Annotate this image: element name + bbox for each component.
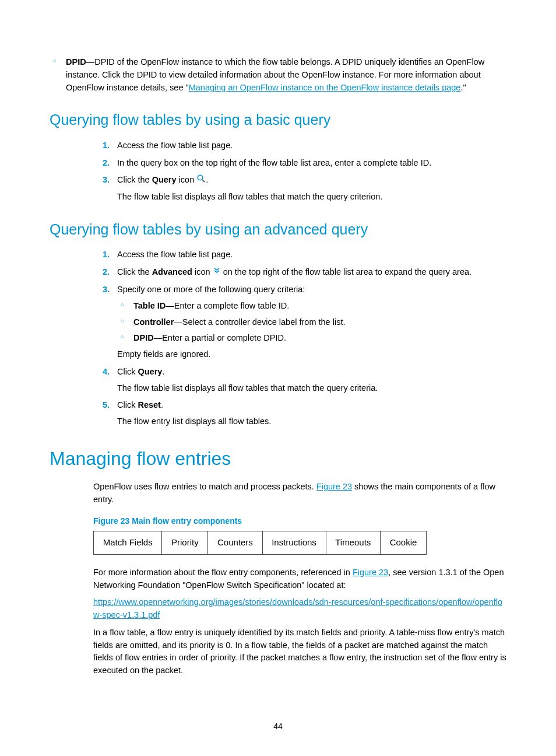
fig-cell-cookie: Cookie	[381, 531, 426, 554]
fig-cell-counters: Counters	[208, 531, 262, 554]
criteria-dpid: DPID—Enter a partial or complete DPID.	[117, 332, 506, 345]
heading-managing-flow-entries: Managing flow entries	[50, 444, 506, 473]
fig-cell-instructions: Instructions	[263, 531, 326, 554]
step-sub: Empty fields are ignored.	[117, 348, 506, 361]
step-text-c: icon	[177, 175, 197, 184]
step-number: 1.	[93, 249, 110, 261]
step-text: Access the flow table list page.	[117, 250, 233, 259]
adv-step-2: 2. Click the Advanced icon on the top ri…	[93, 266, 506, 279]
double-chevron-down-icon	[213, 266, 221, 279]
adv-step-3: 3. Specify one or more of the following …	[93, 284, 506, 361]
spec-url-para: https://www.opennetworking.org/images/st…	[93, 596, 506, 622]
dpid-bullet: DPID—DPID of the OpenFlow instance to wh…	[50, 56, 506, 94]
step-text: Specify one or more of the following que…	[117, 285, 305, 294]
criteria-tableid: Table ID—Enter a complete flow table ID.	[117, 300, 506, 313]
step-text: In the query box on the top right of the…	[117, 158, 431, 167]
basic-steps: 1.Access the flow table list page. 2.In …	[93, 139, 506, 204]
advanced-query-body: 1.Access the flow table list page. 2. Cl…	[93, 249, 506, 428]
page-number: 44	[0, 720, 556, 733]
reset-btn-label: Reset	[138, 400, 161, 410]
dpid-term: DPID	[66, 57, 86, 66]
step-text: Access the flow table list page.	[117, 141, 233, 150]
p1a: OpenFlow uses flow entries to match and …	[93, 482, 316, 491]
step-sub: The flow table list displays all flow ta…	[117, 191, 506, 204]
criteria-text: —Enter a partial or complete DPID.	[154, 333, 286, 342]
figure-23-box: Match Fields Priority Counters Instructi…	[93, 531, 427, 555]
criteria-term: DPID	[133, 333, 154, 342]
advanced-label: Advanced	[152, 267, 192, 276]
basic-step-2: 2.In the query box on the top right of t…	[93, 157, 506, 170]
step-text-c: .	[161, 400, 163, 410]
entries-intro: OpenFlow uses flow entries to match and …	[93, 481, 506, 506]
criteria-text: —Select a controller device label from t…	[174, 317, 345, 327]
dpid-after: ."	[460, 83, 466, 92]
step-number: 2.	[93, 266, 110, 279]
criteria-term: Table ID	[133, 301, 166, 310]
adv-step-5: 5. Click Reset. The flow entry list disp…	[93, 399, 506, 428]
step-sub: The flow entry list displays all flow ta…	[117, 415, 506, 428]
figure-23-link-2[interactable]: Figure 23	[353, 568, 388, 577]
criteria-term: Controller	[133, 317, 174, 327]
query-label: Query	[152, 175, 177, 184]
step-number: 3.	[93, 174, 110, 187]
step-text-c: .	[162, 367, 164, 376]
fig-cell-priority: Priority	[162, 531, 208, 554]
dpid-bullet-list: DPID—DPID of the OpenFlow instance to wh…	[50, 56, 506, 94]
step-text-d: .	[206, 175, 208, 184]
step-number: 5.	[93, 399, 110, 412]
openflow-spec-link[interactable]: https://www.opennetworking.org/images/st…	[93, 597, 502, 620]
magnifier-icon	[196, 174, 206, 187]
step-text-a: Click	[117, 367, 138, 376]
basic-step-3: 3. Click the Query icon . The flow table…	[93, 174, 506, 204]
adv-step-1: 1.Access the flow table list page.	[93, 249, 506, 261]
heading-basic-query: Querying flow tables by using a basic qu…	[50, 109, 506, 131]
criteria-text: —Enter a complete flow table ID.	[166, 301, 289, 310]
basic-query-body: 1.Access the flow table list page. 2.In …	[93, 139, 506, 204]
fig-cell-timeouts: Timeouts	[326, 531, 381, 554]
p2a: For more information about the flow entr…	[93, 568, 353, 577]
basic-step-1: 1.Access the flow table list page.	[93, 139, 506, 152]
step-text-a: Click	[117, 400, 138, 410]
figure-23-caption: Figure 23 Main flow entry components	[93, 515, 506, 527]
step-text-a: Click the	[117, 267, 152, 276]
adv-step-4: 4. Click Query. The flow table list disp…	[93, 366, 506, 395]
heading-advanced-query: Querying flow tables by using an advance…	[50, 219, 506, 241]
step-number: 3.	[93, 284, 110, 296]
criteria-list: Table ID—Enter a complete flow table ID.…	[117, 300, 506, 345]
svg-line-1	[202, 180, 205, 182]
svg-point-0	[198, 175, 203, 180]
step-text-d: on the top right of the flow table list …	[221, 267, 471, 276]
fig-cell-match: Match Fields	[94, 531, 162, 554]
advanced-steps: 1.Access the flow table list page. 2. Cl…	[93, 249, 506, 428]
step-number: 4.	[93, 366, 110, 379]
step-text-a: Click the	[117, 175, 152, 184]
figure-23-link[interactable]: Figure 23	[316, 482, 352, 491]
step-sub: The flow table list displays all flow ta…	[117, 382, 506, 395]
query-btn-label: Query	[138, 367, 162, 376]
step-number: 1.	[93, 139, 110, 152]
managing-instance-link[interactable]: Managing an OpenFlow instance on the Ope…	[189, 83, 461, 92]
entries-explanation: In a flow table, a flow entry is uniquel…	[93, 626, 506, 677]
entries-more-info: For more information about the flow entr…	[93, 566, 506, 592]
document-page: DPID—DPID of the OpenFlow instance to wh…	[0, 0, 556, 756]
criteria-controller: Controller—Select a controller device la…	[117, 316, 506, 329]
step-number: 2.	[93, 157, 110, 170]
entries-body: OpenFlow uses flow entries to match and …	[93, 481, 506, 677]
step-text-c: icon	[192, 267, 213, 276]
